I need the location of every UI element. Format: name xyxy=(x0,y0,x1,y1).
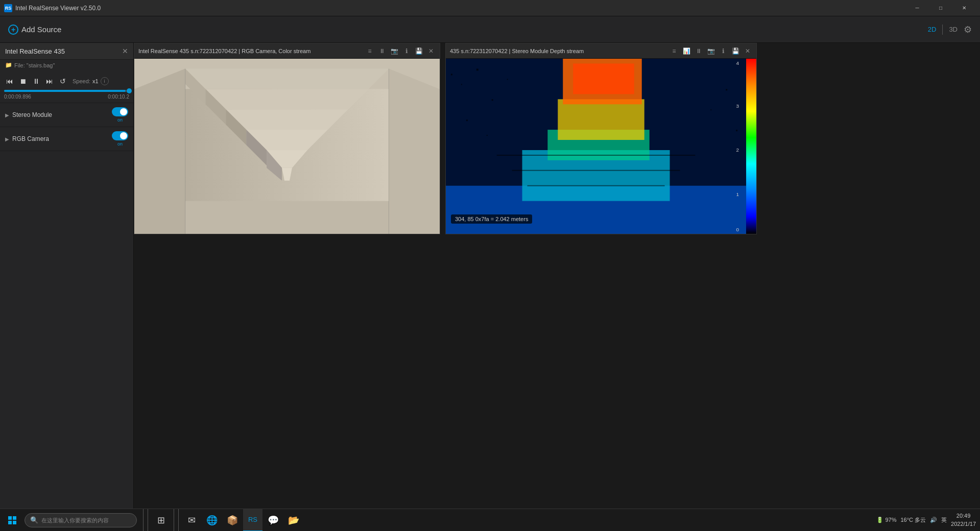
rgb-toggle-label: on xyxy=(117,141,123,147)
stereo-module-toggle[interactable] xyxy=(112,107,128,116)
sidebar: Intel RealSense 435 ✕ 📁 File: "stairs.ba… xyxy=(0,43,134,509)
rgb-save-button[interactable]: 💾 xyxy=(414,46,423,56)
depth-menu-button[interactable]: ≡ xyxy=(670,46,679,56)
taskbar-icon-folder[interactable]: 📂 xyxy=(284,509,303,532)
settings-button[interactable]: ⚙ xyxy=(964,24,972,35)
rgb-menu-button[interactable]: ≡ xyxy=(365,46,374,56)
rgb-stream-panel: Intel RealSense 435 s.n:722312070422 | R… xyxy=(134,43,440,234)
tray-network: 🔊 xyxy=(930,517,937,523)
speed-label: Speed: xyxy=(73,78,90,84)
svg-rect-26 xyxy=(451,74,452,75)
taskbar-icon-taskview[interactable]: ⊞ xyxy=(151,509,171,532)
skip-end-button[interactable]: ⏭ xyxy=(44,76,55,87)
repeat-button[interactable]: ↺ xyxy=(57,76,68,87)
view-2d-button[interactable]: 2D xyxy=(926,25,939,34)
taskbar-icon-edge[interactable]: 🌐 xyxy=(202,509,222,532)
title-bar: RS Intel RealSense Viewer v2.50.0 ─ □ ✕ xyxy=(0,0,980,16)
taskbar-icon-rs[interactable]: RS xyxy=(243,509,262,532)
taskbar-search[interactable]: 🔍 xyxy=(25,513,137,527)
app-logo: RS xyxy=(4,4,12,12)
depth-chart-button[interactable]: 📊 xyxy=(682,46,691,56)
app-title: Intel RealSense Viewer v2.50.0 xyxy=(15,5,902,12)
svg-marker-4 xyxy=(206,89,369,109)
progress-bar[interactable] xyxy=(4,90,129,92)
pause-button[interactable]: ⏸ xyxy=(31,76,42,87)
svg-marker-14 xyxy=(134,69,185,234)
taskbar-icons: ⊞ ✉ 🌐 📦 RS 💬 📂 xyxy=(141,509,303,532)
toggle-thumb xyxy=(120,108,127,115)
rgb-pause-button[interactable]: ⏸ xyxy=(377,46,387,56)
main-toolbar: + Add Source 2D 3D ⚙ xyxy=(0,16,980,43)
speed-value: x1 xyxy=(92,78,99,84)
rgb-close-button[interactable]: ✕ xyxy=(426,46,436,56)
minimize-button[interactable]: ─ xyxy=(905,0,929,16)
svg-text:0: 0 xyxy=(736,227,739,232)
start-button[interactable] xyxy=(0,509,25,532)
view-3d-button[interactable]: 3D xyxy=(947,25,960,34)
rgb-camera-row[interactable]: ▶ RGB Camera on xyxy=(0,127,133,151)
progress-fill xyxy=(4,90,126,92)
file-label: File: "stairs.bag" xyxy=(14,62,55,68)
progress-thumb xyxy=(127,88,132,93)
plus-icon: + xyxy=(8,25,18,35)
svg-rect-35 xyxy=(736,130,737,131)
device-close-button[interactable]: ✕ xyxy=(122,47,128,55)
content-area: Intel RealSense 435 s.n:722312070422 | R… xyxy=(134,43,980,509)
taskbar-icon-mail[interactable]: ✉ xyxy=(182,509,201,532)
svg-rect-32 xyxy=(487,135,488,136)
window-controls: ─ □ ✕ xyxy=(905,0,976,16)
taskbar-separator xyxy=(143,509,148,532)
svg-text:2: 2 xyxy=(736,147,739,153)
rgb-stream-body xyxy=(134,59,440,234)
current-time: 0:00:09.896 xyxy=(4,94,31,100)
svg-text:4: 4 xyxy=(736,60,739,66)
rgb-stream-title: Intel RealSense 435 s.n:722312070422 | R… xyxy=(138,48,362,54)
rgb-stairs-image xyxy=(134,59,440,234)
rgb-camera-toggle[interactable] xyxy=(112,131,128,140)
svg-rect-27 xyxy=(461,84,462,85)
stereo-module-row[interactable]: ▶ Stereo Module on xyxy=(0,103,133,127)
info-button[interactable]: i xyxy=(101,77,109,85)
tray-battery: 🔋 97% xyxy=(876,517,896,523)
depth-tooltip: 304, 85 0x7fa = 2.042 meters xyxy=(451,214,532,224)
module-left-rgb: ▶ RGB Camera xyxy=(5,135,49,142)
taskbar-icon-wechat[interactable]: 💬 xyxy=(264,509,283,532)
file-icon: 📁 xyxy=(5,62,12,68)
add-source-button[interactable]: + Add Source xyxy=(8,25,61,35)
rgb-toggle-thumb xyxy=(120,132,127,139)
skip-start-button[interactable]: ⏮ xyxy=(4,76,15,87)
taskbar-icon-pkg[interactable]: 📦 xyxy=(223,509,242,532)
device-file: 📁 File: "stairs.bag" xyxy=(0,60,133,73)
total-time: 0:00:10.2 xyxy=(108,94,129,100)
depth-stream-body: 4 3 2 1 0 304, 85 0x7fa = 2.042 meters xyxy=(446,59,756,234)
svg-rect-30 xyxy=(507,79,508,80)
depth-stream-controls: ≡ 📊 ⏸ 📷 ℹ 💾 ✕ xyxy=(670,46,752,56)
rgb-stream-controls: ≡ ⏸ 📷 ℹ 💾 ✕ xyxy=(365,46,436,56)
maximize-button[interactable]: □ xyxy=(929,0,952,16)
view-controls: 2D 3D ⚙ xyxy=(926,24,972,35)
depth-info-button[interactable]: ℹ xyxy=(719,46,728,56)
svg-marker-2 xyxy=(185,69,389,89)
rgb-info-button[interactable]: ℹ xyxy=(402,46,411,56)
stereo-module-name: Stereo Module xyxy=(12,111,52,118)
rgb-snapshot-button[interactable]: 📷 xyxy=(390,46,399,56)
close-button[interactable]: ✕ xyxy=(952,0,976,16)
depth-save-button[interactable]: 💾 xyxy=(731,46,740,56)
device-header: Intel RealSense 435 ✕ xyxy=(0,43,133,60)
depth-snapshot-button[interactable]: 📷 xyxy=(706,46,715,56)
taskbar-separator2 xyxy=(174,509,179,532)
svg-marker-6 xyxy=(226,109,348,130)
depth-close-button[interactable]: ✕ xyxy=(743,46,752,56)
tray-weather: 16°C 多云 xyxy=(900,516,926,524)
depth-pause-button[interactable]: ⏸ xyxy=(694,46,703,56)
taskbar: 🔍 ⊞ ✉ 🌐 📦 RS 💬 📂 🔋 97% 16°C 多云 🔊 英 20:49… xyxy=(0,509,980,531)
search-input[interactable] xyxy=(41,517,131,523)
stop-button[interactable]: ⏹ xyxy=(17,76,29,87)
add-source-label: Add Source xyxy=(21,25,61,34)
view-divider xyxy=(942,25,943,35)
svg-rect-39 xyxy=(746,59,756,234)
svg-text:1: 1 xyxy=(736,191,739,197)
playback-row: ⏮ ⏹ ⏸ ⏭ ↺ Speed: x1 i xyxy=(4,76,129,87)
svg-rect-33 xyxy=(726,89,727,90)
expand-arrow-rgb-icon: ▶ xyxy=(5,136,9,142)
